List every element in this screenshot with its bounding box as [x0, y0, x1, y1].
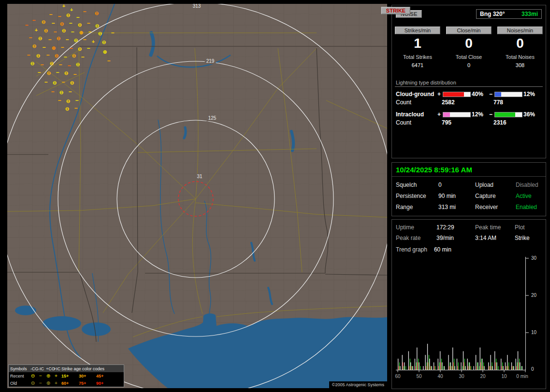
legend-col-neg-ic: -IC — [37, 366, 44, 371]
strike-symbol: ⊖ — [66, 13, 70, 18]
strikes-layer: ++−−−⊖−−⊖−⊖−⊖−⊖+⊖−⊖−⊕−⊖−⊖−⊖−⊖−+⊖⊖−⊕−−⊖−−… — [7, 4, 387, 388]
strike-symbol: − — [88, 29, 91, 35]
status-panel: 10/24/2025 8:59:16 AM Squelch 0 Upload D… — [391, 162, 546, 216]
strike-symbol: ⊖ — [55, 54, 58, 58]
strike-symbol: ⊖ — [70, 81, 74, 85]
total-close-label: Total Close — [443, 54, 494, 60]
strike-symbol: − — [60, 44, 64, 50]
squelch-value: 0 — [438, 182, 475, 188]
legend-col-neg-cg: -CG — [29, 366, 37, 371]
strike-symbol: − — [58, 98, 61, 103]
strike-symbol: ⊖ — [47, 71, 51, 76]
persistence-label: Persistence — [396, 193, 438, 199]
noises-per-min-button[interactable]: Noises/min — [497, 27, 543, 34]
strike-symbol: − — [51, 89, 54, 95]
strike-symbol: ⊕ — [79, 30, 83, 35]
capture-status: Active — [516, 193, 542, 199]
bearing-label: Bng 320° — [480, 11, 505, 17]
strike-symbol: ⊖ — [64, 71, 68, 76]
intracloud-label: Intracloud — [396, 111, 436, 118]
strike-symbol: ⊖ — [44, 28, 48, 33]
cg-plus-percent: 40% — [472, 91, 488, 98]
minus-sign: − — [488, 91, 493, 98]
range-label: Range — [396, 204, 438, 210]
strike-symbol: ⊖ — [72, 54, 76, 58]
strikes-per-min-button[interactable]: Strikes/min — [395, 27, 440, 34]
strike-symbol: ⊖ — [62, 28, 66, 33]
strike-symbol: − — [29, 35, 32, 41]
strike-symbol: ⊖ — [102, 40, 106, 45]
strike-symbol: + — [62, 4, 65, 9]
count-label: Count — [396, 119, 442, 126]
total-noises-label: Total Noises — [494, 54, 546, 60]
ic-minus-bar — [494, 112, 522, 117]
plus-sign: + — [436, 91, 442, 98]
noises-per-min-value: 0 — [494, 35, 546, 52]
minus-sign: − — [488, 111, 493, 118]
map-display[interactable]: ++−−−⊖−−⊖−⊖−⊖−⊖+⊖−⊖−⊕−⊖−⊖−⊖−⊖−+⊖⊖−⊕−−⊖−−… — [7, 4, 387, 388]
strike-symbol: ⊖ — [53, 81, 57, 85]
receiver-label: Receiver — [475, 204, 516, 210]
strike-symbol: − — [76, 14, 79, 20]
y-axis-tick: 10 — [531, 330, 536, 335]
strike-symbol: − — [58, 14, 61, 19]
distribution-title: Lightning type distribution — [395, 80, 543, 87]
y-axis-tick: 20 — [531, 293, 536, 298]
strike-button[interactable]: STRIKE — [381, 7, 410, 14]
legend-symbols-label: Symbols — [9, 366, 29, 371]
range-value: 313 mi — [438, 204, 475, 210]
strike-symbol: − — [74, 105, 77, 111]
x-axis-tick: 40 — [437, 374, 443, 379]
strike-symbol: ⊖ — [95, 11, 99, 16]
legend-col-pos-cg: +CG — [44, 366, 52, 371]
peak-time-value: 3:14 AM — [475, 235, 515, 241]
circle-plus-icon: ⊕ — [44, 380, 52, 386]
peak-rate-label: Peak rate — [396, 235, 436, 241]
strike-symbol: − — [71, 29, 74, 35]
strike-symbol: ⊖ — [66, 99, 70, 104]
strike-symbol: − — [87, 45, 90, 51]
strikes-per-min-value: 1 — [392, 35, 443, 52]
plus-sign: + — [436, 111, 442, 118]
strike-symbol: ⊕ — [52, 46, 56, 51]
intracloud-counts: Count 795 2316 — [392, 119, 546, 130]
count-label: Count — [396, 99, 442, 106]
close-per-min-button[interactable]: Close/min — [446, 27, 492, 34]
strike-symbol: − — [69, 45, 72, 51]
strike-symbol: − — [65, 37, 69, 42]
range-ring-label: 31 — [195, 174, 203, 180]
intracloud-row: Intracloud + 12% − 36% — [392, 110, 546, 119]
uptime-label: Uptime — [396, 224, 436, 231]
strike-symbol: − — [42, 44, 45, 50]
strike-symbol: − — [83, 9, 86, 14]
legend-recent-label: Recent — [9, 374, 29, 378]
strike-symbol: − — [32, 17, 35, 23]
strike-symbol: + — [35, 28, 38, 33]
strike-symbol: ⊖ — [50, 61, 54, 66]
minus-icon: − — [37, 380, 44, 386]
total-close-value: 0 — [443, 62, 494, 68]
y-axis-tick: 30 — [531, 255, 536, 261]
cg-plus-count: 2582 — [442, 99, 493, 106]
copyright: ©2005 Astrogenic Systems — [329, 381, 387, 388]
circle-plus-icon: ⊕ — [44, 373, 52, 378]
legend-col-pos-ic: +IC — [52, 366, 60, 371]
legend-age-75: 75+ — [77, 381, 95, 386]
bearing-display[interactable]: Bng 320° 333mi — [476, 9, 542, 19]
upload-status: Disabled — [516, 182, 542, 188]
x-axis-tick: 30 — [459, 374, 464, 379]
strike-symbol: − — [67, 63, 71, 69]
strike-symbol: ⊖ — [57, 36, 60, 41]
strike-symbol: + — [92, 39, 95, 44]
receiver-status: Enabled — [516, 204, 542, 210]
strike-symbol: ⊖ — [78, 47, 82, 52]
legend-age-90: 90+ — [95, 381, 112, 386]
legend-age-title: Strike age color codes — [60, 366, 112, 371]
strike-symbol: − — [111, 30, 114, 36]
ic-plus-bar — [443, 112, 471, 117]
total-strikes-value: 6471 — [392, 62, 443, 68]
strike-symbol: ⊖ — [42, 20, 45, 25]
strike-symbol: − — [83, 37, 86, 42]
trend-graph-value: 60 min — [434, 246, 451, 253]
strike-symbol: − — [46, 52, 49, 58]
